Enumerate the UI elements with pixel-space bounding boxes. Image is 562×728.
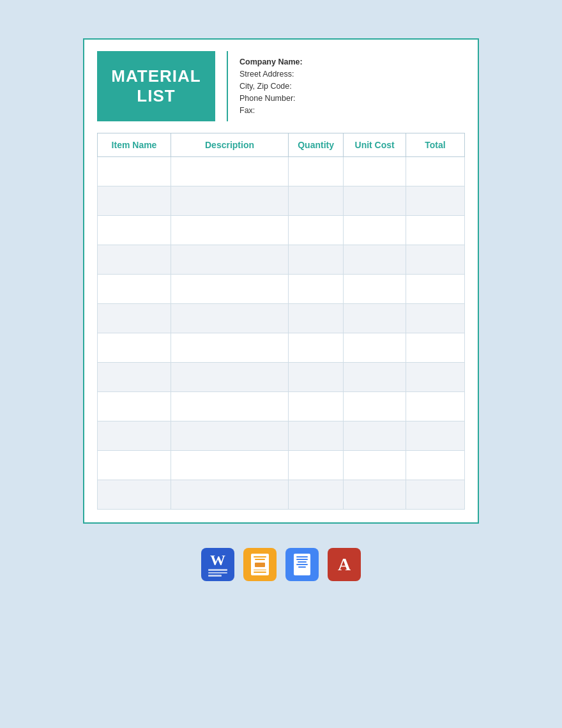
table-cell[interactable] bbox=[344, 186, 406, 216]
table-cell[interactable] bbox=[171, 186, 289, 216]
table-row[interactable] bbox=[98, 304, 465, 333]
table-row[interactable] bbox=[98, 363, 465, 392]
table-cell[interactable] bbox=[289, 333, 344, 363]
document-title: MATERIALLIST bbox=[97, 51, 215, 121]
city-label: City, Zip Code: bbox=[239, 82, 292, 91]
col-header-description: Description bbox=[171, 133, 289, 157]
table-cell[interactable] bbox=[289, 304, 344, 333]
table-header-row: Item Name Description Quantity Unit Cost… bbox=[98, 133, 465, 157]
table-cell[interactable] bbox=[344, 480, 406, 510]
table-cell[interactable] bbox=[289, 363, 344, 392]
col-header-unit-cost: Unit Cost bbox=[344, 133, 406, 157]
street-label: Street Address: bbox=[239, 70, 294, 79]
table-cell[interactable] bbox=[171, 333, 289, 363]
document-card: MATERIALLIST Company Name: Street Addres… bbox=[83, 38, 479, 524]
table-row[interactable] bbox=[98, 157, 465, 186]
table-row[interactable] bbox=[98, 245, 465, 275]
table-cell[interactable] bbox=[289, 275, 344, 304]
table-cell[interactable] bbox=[98, 304, 171, 333]
table-cell[interactable] bbox=[98, 245, 171, 275]
table-cell[interactable] bbox=[406, 157, 465, 186]
table-cell[interactable] bbox=[171, 451, 289, 480]
pages-icon[interactable] bbox=[243, 548, 277, 581]
table-cell[interactable] bbox=[289, 245, 344, 275]
company-name-label: Company Name: bbox=[239, 57, 303, 66]
table-cell[interactable] bbox=[344, 451, 406, 480]
table-row[interactable] bbox=[98, 451, 465, 480]
table-cell[interactable] bbox=[344, 275, 406, 304]
table-cell[interactable] bbox=[289, 451, 344, 480]
table-cell[interactable] bbox=[406, 451, 465, 480]
table-row[interactable] bbox=[98, 186, 465, 216]
table-cell[interactable] bbox=[406, 392, 465, 421]
phone-row: Phone Number: bbox=[239, 94, 354, 103]
table-row[interactable] bbox=[98, 333, 465, 363]
table-cell[interactable] bbox=[289, 157, 344, 186]
table-cell[interactable] bbox=[344, 157, 406, 186]
table-cell[interactable] bbox=[171, 421, 289, 451]
table-cell[interactable] bbox=[171, 157, 289, 186]
doc-header: MATERIALLIST Company Name: Street Addres… bbox=[84, 40, 478, 133]
table-cell[interactable] bbox=[98, 421, 171, 451]
table-cell[interactable] bbox=[344, 304, 406, 333]
table-cell[interactable] bbox=[171, 275, 289, 304]
table-cell[interactable] bbox=[171, 363, 289, 392]
table-cell[interactable] bbox=[406, 480, 465, 510]
table-cell[interactable] bbox=[344, 421, 406, 451]
fax-label: Fax: bbox=[239, 106, 255, 115]
table-cell[interactable] bbox=[344, 216, 406, 245]
docs-icon[interactable] bbox=[285, 548, 319, 581]
table-cell[interactable] bbox=[171, 304, 289, 333]
table-row[interactable] bbox=[98, 275, 465, 304]
table-cell[interactable] bbox=[344, 363, 406, 392]
table-cell[interactable] bbox=[171, 480, 289, 510]
table-cell[interactable] bbox=[98, 392, 171, 421]
table-cell[interactable] bbox=[289, 421, 344, 451]
word-icon[interactable]: W bbox=[201, 548, 234, 581]
col-header-total: Total bbox=[406, 133, 465, 157]
table-cell[interactable] bbox=[98, 333, 171, 363]
table-cell[interactable] bbox=[98, 480, 171, 510]
table-cell[interactable] bbox=[98, 157, 171, 186]
table-row[interactable] bbox=[98, 421, 465, 451]
table-cell[interactable] bbox=[406, 304, 465, 333]
table-wrapper: Item Name Description Quantity Unit Cost… bbox=[84, 133, 478, 522]
table-cell[interactable] bbox=[98, 216, 171, 245]
table-cell[interactable] bbox=[98, 186, 171, 216]
table-row[interactable] bbox=[98, 216, 465, 245]
table-cell[interactable] bbox=[289, 216, 344, 245]
table-cell[interactable] bbox=[344, 392, 406, 421]
material-table: Item Name Description Quantity Unit Cost… bbox=[97, 133, 465, 510]
table-cell[interactable] bbox=[344, 333, 406, 363]
table-cell[interactable] bbox=[289, 480, 344, 510]
table-cell[interactable] bbox=[171, 216, 289, 245]
table-cell[interactable] bbox=[344, 245, 406, 275]
table-body bbox=[98, 157, 465, 510]
table-row[interactable] bbox=[98, 392, 465, 421]
table-cell[interactable] bbox=[171, 245, 289, 275]
table-row[interactable] bbox=[98, 480, 465, 510]
table-cell[interactable] bbox=[406, 275, 465, 304]
table-cell[interactable] bbox=[289, 186, 344, 216]
table-cell[interactable] bbox=[406, 333, 465, 363]
table-cell[interactable] bbox=[171, 392, 289, 421]
table-cell[interactable] bbox=[98, 451, 171, 480]
company-name-row: Company Name: bbox=[239, 57, 354, 66]
street-row: Street Address: bbox=[239, 70, 354, 79]
table-cell[interactable] bbox=[406, 186, 465, 216]
title-text: MATERIALLIST bbox=[111, 66, 201, 106]
table-cell[interactable] bbox=[98, 363, 171, 392]
col-header-quantity: Quantity bbox=[289, 133, 344, 157]
table-cell[interactable] bbox=[289, 392, 344, 421]
col-header-item-name: Item Name bbox=[98, 133, 171, 157]
phone-label: Phone Number: bbox=[239, 94, 296, 103]
acrobat-icon[interactable]: A bbox=[328, 548, 361, 581]
city-row: City, Zip Code: bbox=[239, 82, 354, 91]
table-cell[interactable] bbox=[406, 245, 465, 275]
table-cell[interactable] bbox=[406, 421, 465, 451]
app-icons-row: W A bbox=[201, 548, 361, 581]
table-cell[interactable] bbox=[98, 275, 171, 304]
company-info: Company Name: Street Address: City, Zip … bbox=[227, 51, 354, 121]
table-cell[interactable] bbox=[406, 363, 465, 392]
table-cell[interactable] bbox=[406, 216, 465, 245]
